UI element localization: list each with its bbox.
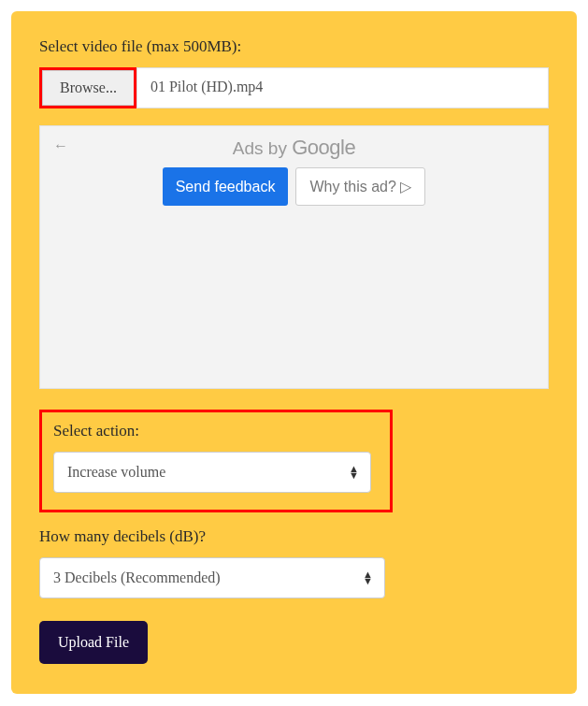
- action-select-value: Increase volume: [54, 453, 370, 492]
- file-select-label: Select video file (max 500MB):: [39, 37, 549, 56]
- file-input-row: Browse... 01 Pilot (HD).mp4: [39, 67, 549, 108]
- action-label: Select action:: [53, 422, 379, 440]
- decibel-label: How many decibels (dB)?: [39, 527, 549, 546]
- back-arrow-icon[interactable]: ←: [53, 137, 68, 154]
- decibel-section: How many decibels (dB)? 3 Decibels (Reco…: [39, 527, 549, 598]
- browse-button[interactable]: Browse...: [42, 70, 134, 106]
- action-select[interactable]: Increase volume ▲▼: [53, 452, 371, 493]
- upload-file-button[interactable]: Upload File: [39, 621, 148, 664]
- google-logo: Google: [292, 136, 355, 159]
- form-card: Select video file (max 500MB): Browse...…: [11, 11, 577, 694]
- file-name-display[interactable]: 01 Pilot (HD).mp4: [136, 67, 549, 108]
- ad-container: ← Ads by Google Send feedback Why this a…: [39, 125, 549, 389]
- decibel-select-value: 3 Decibels (Recommended): [40, 558, 384, 598]
- ad-title: Ads by Google: [233, 136, 355, 160]
- ad-header: ← Ads by Google: [50, 136, 538, 160]
- browse-highlight: Browse...: [39, 67, 136, 108]
- why-this-ad-button[interactable]: Why this ad? ▷: [295, 167, 425, 206]
- ads-by-text: Ads by: [233, 138, 292, 158]
- send-feedback-button[interactable]: Send feedback: [163, 167, 289, 206]
- decibel-select[interactable]: 3 Decibels (Recommended) ▲▼: [39, 557, 385, 598]
- ad-button-row: Send feedback Why this ad? ▷: [50, 167, 538, 206]
- action-highlight: Select action: Increase volume ▲▼: [39, 410, 393, 512]
